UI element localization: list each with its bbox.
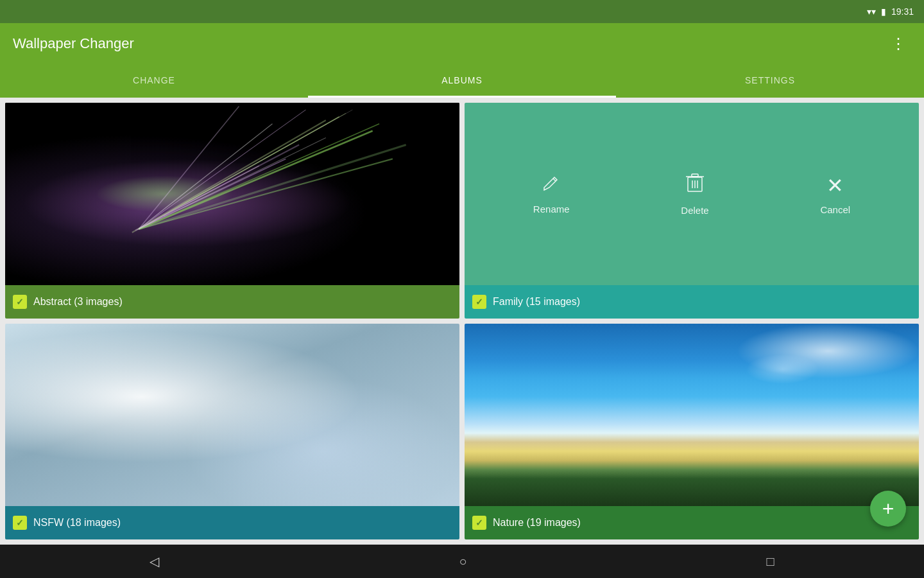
svg-line-9 [139, 145, 406, 229]
album-context-menu-family: Rename Delete [465, 103, 919, 285]
album-thumbnail-nature [465, 324, 919, 506]
svg-line-11 [139, 159, 393, 229]
svg-rect-17 [692, 174, 698, 177]
cancel-button[interactable]: ✕ Cancel [820, 173, 850, 215]
wifi-icon: ▾▾ [867, 6, 876, 17]
cancel-icon: ✕ [826, 173, 844, 198]
delete-icon [685, 172, 705, 198]
album-label-nature: ✓ Nature (19 images) [465, 506, 919, 539]
status-bar: ▾▾ ▮ 19:31 [0, 0, 924, 23]
back-nav-icon[interactable]: ◁ [124, 547, 185, 575]
album-card-family[interactable]: Rename Delete [465, 103, 919, 319]
nav-bar: ◁ ○ □ [0, 545, 924, 578]
svg-line-2 [132, 120, 326, 232]
recent-nav-icon[interactable]: □ [740, 548, 800, 575]
rename-icon [542, 173, 561, 197]
add-album-fab[interactable]: + [870, 491, 906, 527]
album-thumbnail-nsfw [5, 324, 459, 506]
svg-line-4 [142, 124, 379, 228]
app-bar: Wallpaper Changer ⋮ [0, 23, 924, 64]
rename-button[interactable]: Rename [533, 173, 570, 215]
svg-line-14 [139, 124, 272, 229]
album-thumbnail-abstract [5, 103, 459, 285]
album-card-nature[interactable]: ✓ Nature (19 images) + [465, 324, 919, 539]
home-nav-icon[interactable]: ○ [433, 548, 492, 575]
delete-button[interactable]: Delete [681, 172, 708, 216]
checkbox-nsfw[interactable]: ✓ [13, 516, 27, 530]
checkbox-family[interactable]: ✓ [472, 295, 486, 309]
tab-change[interactable]: CHANGE [0, 64, 308, 98]
svg-line-13 [139, 110, 352, 229]
battery-icon: ▮ [881, 6, 886, 17]
album-card-abstract[interactable]: ✓ Abstract (3 images) [5, 103, 459, 319]
svg-line-10 [139, 106, 239, 229]
checkbox-abstract[interactable]: ✓ [13, 295, 27, 309]
album-label-nsfw: ✓ NSFW (18 images) [5, 506, 459, 539]
checkbox-nature[interactable]: ✓ [472, 516, 486, 530]
main-content: ✓ Abstract (3 images) Rename [0, 98, 924, 545]
album-label-family: ✓ Family (15 images) [465, 285, 919, 319]
tab-bar: CHANGE ALBUMS SETTINGS [0, 64, 924, 98]
album-label-abstract: ✓ Abstract (3 images) [5, 285, 459, 319]
album-card-nsfw[interactable]: ✓ NSFW (18 images) [5, 324, 459, 539]
app-title: Wallpaper Changer [13, 35, 134, 52]
status-time: 19:31 [891, 6, 914, 17]
tab-albums[interactable]: ALBUMS [308, 64, 616, 98]
svg-line-12 [139, 138, 326, 229]
tab-settings[interactable]: SETTINGS [616, 64, 924, 98]
more-options-icon[interactable]: ⋮ [886, 30, 911, 58]
